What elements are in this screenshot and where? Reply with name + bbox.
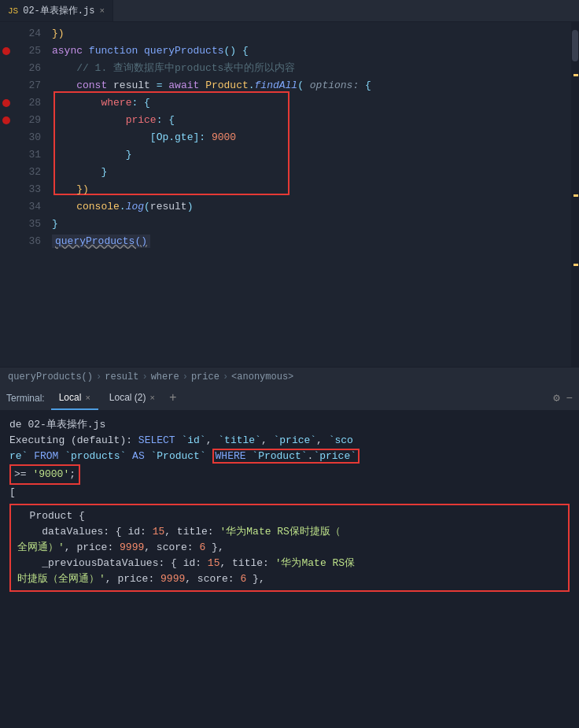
code-line-34: console.log(result) xyxy=(52,198,579,216)
product-result-box: Product { dataValues: { id: 15, title: '… xyxy=(9,504,570,592)
breakpoint-dot-25 xyxy=(2,47,10,55)
line-34-bp xyxy=(0,198,14,216)
editor-tab[interactable]: JS 02-单表操作.js × xyxy=(0,0,113,21)
line-num-25: 25 xyxy=(14,42,41,60)
editor-scrollbar[interactable] xyxy=(571,22,579,367)
js-icon: JS xyxy=(8,6,18,16)
terminal-product-line-4: _previousDataValues: { id: 15, title: '华… xyxy=(17,556,562,571)
line-36-bp xyxy=(0,233,14,250)
breadcrumb-bar: queryProducts() › result › where › price… xyxy=(0,367,579,386)
code-line-27: const result = await Product.findAll( op… xyxy=(52,77,579,94)
line-32-bp xyxy=(0,164,14,181)
line-num-35: 35 xyxy=(14,216,41,233)
code-line-32: } xyxy=(52,164,579,181)
breadcrumb-sep-2: › xyxy=(142,371,147,382)
line-33-bp xyxy=(0,181,14,198)
line-30-bp xyxy=(0,129,14,146)
line-35-bp xyxy=(0,216,14,233)
code-line-30: [Op.gte]: 9000 xyxy=(52,129,579,146)
breadcrumb-item-3: where xyxy=(151,371,179,382)
terminal-controls: ⚙ − xyxy=(553,391,573,405)
terminal-line-4: >= '9000'; xyxy=(9,464,570,485)
code-container: 24 25 26 27 28 29 30 31 32 33 34 35 36 }… xyxy=(0,22,579,367)
line-28-bp xyxy=(0,94,14,112)
terminal-tab-local-close[interactable]: × xyxy=(85,393,90,402)
breadcrumb-item-4: price xyxy=(191,371,219,382)
breakpoint-dot-29 xyxy=(2,116,10,124)
line-num-24: 24 xyxy=(14,25,41,42)
line-num-29: 29 xyxy=(14,112,41,129)
scroll-marker-1 xyxy=(573,74,578,76)
code-editor[interactable]: }) async function queryProducts() { // 1… xyxy=(46,22,579,367)
terminal-tab-local2-close[interactable]: × xyxy=(150,393,155,402)
line-27-bp xyxy=(0,77,14,94)
terminal-add-button[interactable]: + xyxy=(163,391,183,405)
editor-area: JS 02-单表操作.js × xyxy=(0,0,579,386)
line-29-bp xyxy=(0,112,14,129)
terminal-tab-local-label: Local xyxy=(59,392,82,403)
line-num-31: 31 xyxy=(14,146,41,164)
breadcrumb-item-1: queryProducts() xyxy=(8,371,93,382)
terminal-content[interactable]: de 02-单表操作.js Executing (default): SELEC… xyxy=(0,411,579,728)
breadcrumb-sep-1: › xyxy=(96,371,101,382)
terminal-area: Terminal: Local × Local (2) × + ⚙ − de 0… xyxy=(0,386,579,728)
code-line-24: }) xyxy=(52,25,579,42)
terminal-product-line-1: Product { xyxy=(17,508,562,524)
terminal-line-3: re` FROM `products` AS `Product` WHERE `… xyxy=(9,449,570,464)
code-line-33: }) xyxy=(52,181,579,198)
terminal-line-5: [ xyxy=(9,485,570,501)
line-numbers: 24 25 26 27 28 29 30 31 32 33 34 35 36 xyxy=(14,22,46,367)
scrollbar-thumb xyxy=(572,30,578,61)
tab-label: 02-单表操作.js xyxy=(23,4,94,17)
line-num-34: 34 xyxy=(14,198,41,216)
line-num-33: 33 xyxy=(14,181,41,198)
terminal-tab-local[interactable]: Local × xyxy=(51,386,98,410)
line-num-27: 27 xyxy=(14,77,41,94)
scroll-marker-2 xyxy=(573,194,578,197)
line-num-36: 36 xyxy=(14,233,41,250)
tab-close-icon[interactable]: × xyxy=(99,6,105,16)
terminal-line-1: de 02-单表操作.js xyxy=(9,417,570,433)
breadcrumb-sep-3: › xyxy=(183,371,188,382)
breadcrumb-sep-4: › xyxy=(223,371,228,382)
breadcrumb-item-2: result xyxy=(105,371,138,382)
terminal-tab-bar: Terminal: Local × Local (2) × + ⚙ − xyxy=(0,386,579,411)
code-line-31: } xyxy=(52,146,579,164)
line-31-bp xyxy=(0,146,14,164)
terminal-product-line-5: 时捷版（全网通）', price: 9999, score: 6 }, xyxy=(17,571,562,587)
code-line-36: queryProducts() xyxy=(52,233,579,250)
terminal-gear-icon[interactable]: ⚙ xyxy=(553,391,559,405)
line-gutter: 24 25 26 27 28 29 30 31 32 33 34 35 36 xyxy=(0,22,46,367)
code-line-29: price: { xyxy=(52,112,579,129)
breakpoint-dot-28 xyxy=(2,99,10,107)
code-line-28: where: { xyxy=(52,94,579,112)
terminal-tab-local2-label: Local (2) xyxy=(109,392,146,403)
terminal-minimize-icon[interactable]: − xyxy=(566,392,573,405)
line-26-bp xyxy=(0,60,14,77)
code-line-26: // 1. 查询数据库中products表中的所以内容 xyxy=(52,60,579,77)
code-line-25: async function queryProducts() { xyxy=(52,42,579,60)
terminal-line-2: Executing (default): SELECT `id`, `title… xyxy=(9,433,570,449)
terminal-product-line-2: dataValues: { id: 15, title: '华为Mate RS保… xyxy=(17,524,562,540)
line-num-32: 32 xyxy=(14,164,41,181)
terminal-tab-local2[interactable]: Local (2) × xyxy=(101,386,163,410)
breakpoint-area xyxy=(0,22,14,367)
code-line-35: } xyxy=(52,216,579,233)
line-num-26: 26 xyxy=(14,60,41,77)
line-25-bp xyxy=(0,42,14,60)
line-24-bp xyxy=(0,25,14,42)
terminal-label: Terminal: xyxy=(6,393,45,404)
scroll-marker-3 xyxy=(573,264,578,266)
terminal-product-line-3: 全网通）', price: 9999, score: 6 }, xyxy=(17,540,562,556)
line-num-30: 30 xyxy=(14,129,41,146)
line-num-28: 28 xyxy=(14,94,41,112)
breadcrumb-item-5: <anonymous> xyxy=(231,371,293,382)
tab-bar: JS 02-单表操作.js × xyxy=(0,0,579,22)
